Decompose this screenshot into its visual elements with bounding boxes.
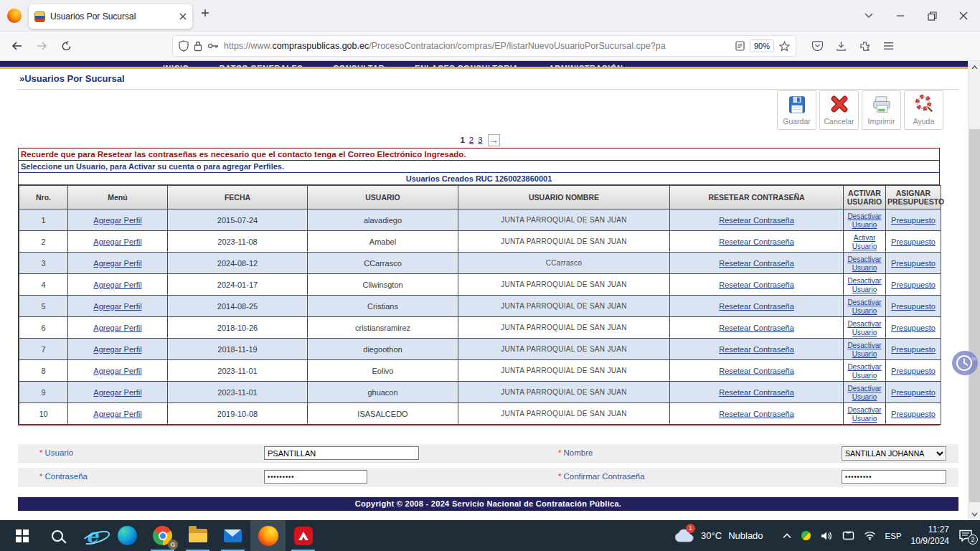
resetear-link[interactable]: Resetear Contraseña — [719, 345, 794, 354]
menu-link[interactable]: Agregar Perfil — [93, 345, 141, 354]
forward-button[interactable] — [32, 36, 52, 56]
presupuesto-link[interactable]: Presupuesto — [891, 259, 936, 268]
page-number[interactable]: 3 — [478, 136, 482, 144]
tracking-shield-icon[interactable] — [179, 40, 189, 52]
active-tab[interactable]: Usuarios Por Sucursal — [29, 4, 192, 29]
presupuesto-link[interactable]: Presupuesto — [891, 345, 936, 354]
menu-link[interactable]: Agregar Perfil — [93, 410, 141, 418]
resetear-cell: Resetear Contraseña — [670, 296, 844, 317]
taskbar-search-button[interactable] — [39, 520, 75, 551]
address-bar[interactable]: https://www.compraspublicas.gob.ec/Proce… — [172, 35, 796, 57]
presupuesto-link[interactable]: Presupuesto — [891, 302, 936, 311]
acrobat-button[interactable] — [286, 520, 321, 551]
usuario-input[interactable] — [264, 446, 419, 460]
menu-link[interactable]: Agregar Perfil — [93, 237, 141, 246]
nombre-select[interactable]: SANTILLAN JOHANNA — [842, 446, 946, 461]
extensions-puzzle-icon[interactable] — [859, 41, 870, 52]
clock-date-widget[interactable]: 11:27 10/9/2024 — [911, 524, 949, 547]
ayuda-button[interactable]: Ayuda — [904, 90, 943, 130]
activar-link[interactable]: Desactivar Usuario — [847, 255, 881, 272]
activar-link[interactable]: Desactivar Usuario — [847, 385, 881, 401]
floating-clock-widget[interactable] — [951, 349, 980, 377]
mail-button[interactable] — [215, 520, 250, 551]
minimize-button[interactable] — [894, 9, 907, 22]
resetear-link[interactable]: Resetear Contraseña — [719, 388, 794, 397]
resetear-link[interactable]: Resetear Contraseña — [719, 367, 794, 375]
tab-close-icon[interactable] — [179, 13, 187, 20]
saved-password-key-icon[interactable] — [207, 42, 219, 50]
back-button[interactable] — [7, 36, 27, 56]
internet-explorer-button[interactable]: e — [75, 520, 110, 551]
close-button[interactable] — [957, 9, 970, 22]
presupuesto-link[interactable]: Presupuesto — [891, 367, 936, 375]
resetear-link[interactable]: Resetear Contraseña — [719, 259, 794, 268]
menu-link[interactable]: Agregar Perfil — [93, 216, 141, 225]
cancelar-button[interactable]: Cancelar — [819, 90, 859, 130]
guardar-button[interactable]: Guardar — [777, 90, 816, 130]
file-explorer-button[interactable] — [180, 520, 215, 551]
menu-link[interactable]: Agregar Perfil — [93, 302, 141, 311]
menu-link[interactable]: Agregar Perfil — [93, 388, 141, 397]
vertical-scrollbar[interactable] — [968, 61, 980, 520]
chrome-button[interactable]: G — [145, 520, 180, 551]
reload-button[interactable] — [56, 36, 76, 56]
scroll-down-icon[interactable] — [969, 508, 980, 520]
menu-link[interactable]: Agregar Perfil — [93, 281, 141, 289]
start-button[interactable] — [4, 520, 39, 551]
confirmar-contrasena-input[interactable] — [842, 470, 946, 484]
action-center-button[interactable]: 2 — [958, 529, 973, 542]
keyboard-language-button[interactable]: ESP — [885, 532, 902, 540]
resetear-link[interactable]: Resetear Contraseña — [719, 302, 794, 311]
activar-link[interactable]: Desactivar Usuario — [847, 320, 881, 336]
activar-link[interactable]: Desactivar Usuario — [847, 298, 881, 315]
menu-link[interactable]: Agregar Perfil — [93, 367, 141, 375]
antivirus-shield-icon[interactable] — [801, 530, 811, 541]
activar-link[interactable]: Activar Usuario — [852, 234, 877, 250]
volume-icon[interactable] — [821, 531, 833, 541]
zoom-level-badge[interactable]: 90% — [750, 39, 774, 52]
firefox-button[interactable] — [250, 520, 286, 551]
presupuesto-link[interactable]: Presupuesto — [891, 237, 936, 246]
pocket-icon[interactable] — [812, 41, 823, 51]
activar-link[interactable]: Desactivar Usuario — [847, 342, 881, 358]
restore-button[interactable] — [925, 9, 938, 22]
resetear-link[interactable]: Resetear Contraseña — [719, 216, 794, 225]
page-number[interactable]: 1 — [460, 136, 464, 144]
resetear-link[interactable]: Resetear Contraseña — [719, 237, 794, 246]
presupuesto-link[interactable]: Presupuesto — [891, 410, 936, 418]
activar-link[interactable]: Desactivar Usuario — [847, 277, 881, 293]
taskbar: e G 1 30°C Nublado — [0, 520, 980, 551]
resetear-link[interactable]: Resetear Contraseña — [719, 324, 794, 332]
tray-chevron-up-icon[interactable] — [783, 533, 791, 539]
edge-button[interactable] — [110, 520, 145, 551]
page-number[interactable]: 2 — [469, 136, 473, 144]
next-page-arrow[interactable]: → — [488, 134, 500, 146]
presupuesto-link[interactable]: Presupuesto — [891, 324, 936, 332]
new-tab-button[interactable] — [201, 9, 215, 23]
lock-icon[interactable] — [194, 41, 202, 52]
activar-link[interactable]: Desactivar Usuario — [847, 363, 881, 380]
resetear-link[interactable]: Resetear Contraseña — [719, 281, 794, 289]
presupuesto-link[interactable]: Presupuesto — [891, 388, 936, 397]
imprimir-button[interactable]: Imprimir — [862, 90, 901, 130]
bookmark-star-icon[interactable] — [779, 41, 790, 52]
reader-view-icon[interactable] — [735, 41, 745, 51]
menu-link[interactable]: Agregar Perfil — [93, 259, 141, 268]
print-icon — [871, 93, 892, 116]
scrollbar-thumb[interactable] — [969, 129, 980, 502]
menu-hamburger-icon[interactable] — [883, 42, 894, 50]
activar-link[interactable]: Desactivar Usuario — [847, 406, 881, 423]
activar-link[interactable]: Desactivar Usuario — [847, 212, 881, 229]
menu-link[interactable]: Agregar Perfil — [93, 324, 141, 332]
tab-list-chevron-icon[interactable] — [862, 9, 875, 22]
scroll-up-icon[interactable] — [969, 61, 980, 73]
presupuesto-link[interactable]: Presupuesto — [891, 216, 936, 225]
presupuesto-link[interactable]: Presupuesto — [891, 281, 936, 289]
weather-widget[interactable]: 1 30°C Nublado — [674, 529, 763, 542]
url-text[interactable]: https://www.compraspublicas.gob.ec/Proce… — [224, 41, 730, 51]
cast-display-icon[interactable] — [842, 531, 854, 540]
contrasena-input[interactable] — [264, 470, 367, 484]
downloads-icon[interactable] — [836, 41, 847, 52]
wifi-icon[interactable] — [864, 531, 876, 540]
resetear-link[interactable]: Resetear Contraseña — [719, 410, 794, 418]
